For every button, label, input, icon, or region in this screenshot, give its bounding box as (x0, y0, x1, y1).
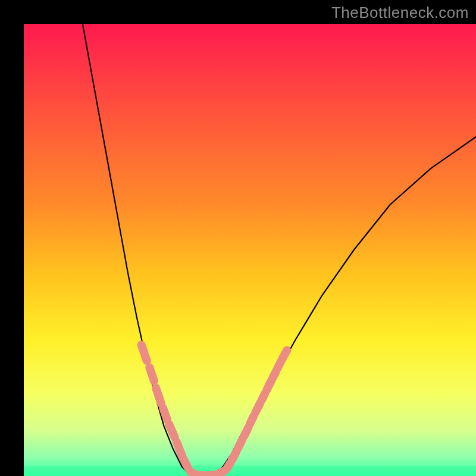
green-band (24, 466, 476, 476)
right-dashes-seg-10 (282, 350, 287, 359)
left-dashes-seg-3 (163, 408, 167, 419)
plot-svg (24, 24, 476, 476)
right-dashes-seg-3 (244, 427, 249, 436)
watermark-label: TheBottleneck.com (331, 4, 469, 22)
chart-frame: TheBottleneck.com (0, 0, 476, 476)
gradient-background (24, 24, 476, 476)
right-dashes-seg-8 (273, 371, 276, 378)
left-dashes-seg-1 (149, 368, 154, 381)
left-dashes-seg-2 (156, 388, 161, 404)
right-dashes-seg-4 (250, 416, 253, 424)
right-dashes-seg-7 (267, 381, 271, 390)
left-dashes-seg-0 (142, 345, 147, 361)
left-dashes-seg-5 (177, 442, 182, 456)
right-dashes-seg-1 (232, 452, 236, 460)
right-dashes-seg-2 (237, 440, 242, 449)
left-dashes-seg-4 (169, 424, 175, 438)
left-dashes-seg-6 (183, 459, 188, 468)
right-dashes-seg-0 (226, 464, 230, 469)
right-dashes-seg-5 (255, 403, 260, 413)
right-dashes-seg-6 (262, 394, 265, 400)
plot-area (24, 24, 476, 476)
